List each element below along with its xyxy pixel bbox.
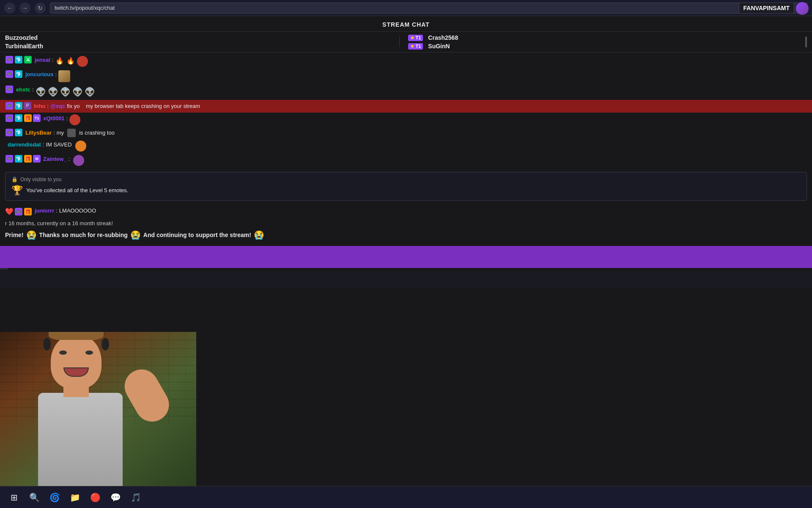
xqt-colon: :: [66, 114, 68, 123]
chrome-taskbar-button[interactable]: 🔴: [88, 490, 102, 505]
badge-bits-joncurious: 💎: [15, 70, 22, 78]
sub-notification-bar: [0, 246, 812, 268]
juniorrr-badges: ❤️ 🎮 🎁: [5, 207, 32, 217]
stream-chat-header: STREAM CHAT: [0, 16, 812, 32]
spotify-taskbar-button[interactable]: 🎵: [129, 490, 143, 505]
zaintew-badges: 🎮 💎 🎁 M: [5, 155, 41, 163]
notification-content-text: You've collected all of the Level 5 emot…: [26, 187, 128, 193]
video-preview: [0, 332, 196, 486]
viewers-left: Buzzoozled TurbinalEarth: [5, 34, 391, 50]
badge-mod: ⚔: [24, 56, 32, 64]
lilly-text2: is crashing too: [79, 129, 115, 137]
spotify-taskbar-icon: 🎵: [131, 492, 141, 502]
badge-sub-ehxtc: 🎮: [5, 86, 13, 93]
lilly-text1: my: [57, 129, 64, 137]
back-button[interactable]: ←: [4, 3, 15, 14]
search-taskbar-icon: 🔍: [29, 492, 40, 502]
emote-alien4: 👽: [72, 86, 83, 98]
username-lillysbear[interactable]: LillysBear: [25, 129, 52, 137]
lock-icon: 🔒: [11, 177, 18, 182]
message-darrendisdat: darrendisdat : IM SAVED: [0, 139, 812, 153]
level5-emote-icon: 🏆: [11, 185, 23, 196]
headphone-right: [102, 338, 109, 351]
emote-alien1: 👽: [36, 86, 46, 98]
scroll-bar[interactable]: [805, 36, 807, 47]
badge-bits-xqt: 💎: [15, 114, 22, 122]
username-inhu[interactable]: Inhu: [34, 102, 45, 110]
emote-alien3: 👽: [60, 86, 71, 98]
username-xqt0001[interactable]: xQt0001: [43, 114, 65, 123]
username-jensal[interactable]: jensal: [35, 56, 50, 64]
thanks-text: Thanks so much for re-subbing: [39, 232, 128, 238]
badge-prime-inhu: P: [24, 102, 31, 110]
xqt0001-badges: 🎮 💎 🎁 T1: [5, 114, 41, 122]
message-juniorrr: ❤️ 🎮 🎁 juniorrr : LMAOOOOOO: [0, 205, 812, 218]
badge-bits-lilly: 💎: [15, 129, 22, 136]
username-darrendisdat[interactable]: darrendisdat: [8, 141, 41, 149]
notification-box: 🔒 Only visible to you 🏆 You've collected…: [5, 172, 807, 201]
windows-start-button[interactable]: ⊞: [7, 490, 21, 505]
juniorrr-colon: :: [56, 207, 58, 215]
username-zaintew[interactable]: Zaintew_: [43, 155, 67, 163]
discord-taskbar-button[interactable]: 💬: [108, 490, 123, 505]
edge-taskbar-icon: 🌀: [49, 492, 60, 502]
chrome-taskbar-icon: 🔴: [90, 492, 101, 502]
viewer-item-buzzoozled: Buzzoozled: [5, 34, 391, 41]
badge-sub-joncurious: 🎮: [5, 70, 13, 78]
search-taskbar-button[interactable]: 🔍: [27, 490, 41, 505]
message-lillysbear: 🎮 💎 LillysBear : my is crashing too: [0, 127, 812, 139]
star-icon-crash: ★: [410, 35, 414, 41]
darrendisdat-colon: :: [43, 141, 44, 149]
t1-badge-crash: ★ T1: [408, 35, 423, 41]
top-user-avatar: [796, 2, 809, 15]
inhu-text: fix yo my browser tab keeps crashing on …: [67, 102, 200, 110]
emote-face-jensal: [77, 56, 88, 67]
joncurious-colon: :: [55, 70, 57, 79]
files-taskbar-button[interactable]: 📁: [68, 490, 82, 505]
sub-area-dark: [0, 271, 812, 288]
files-taskbar-icon: 📁: [70, 492, 80, 502]
headphone-left: [43, 338, 51, 351]
main-container: STREAM CHAT Buzzoozled TurbinalEarth ★ T…: [0, 16, 812, 508]
and-text: And continuing to support the stream!: [143, 232, 251, 238]
viewer-item-suginn: ★ T1 SuGinN: [408, 43, 794, 50]
streamer-eye-right: [85, 351, 93, 355]
streamer-eye-left: [59, 351, 67, 355]
prime-text: Prime!: [5, 232, 24, 238]
emote-face-xqt: [69, 114, 80, 125]
emote-sub3: 😭: [254, 230, 264, 240]
visibility-text: Only visible to you: [20, 177, 61, 182]
badge-sub-xqt: 🎮: [5, 114, 13, 122]
badge-heart-juniorrr: ❤️: [5, 207, 14, 217]
emote-face-zaintew: [73, 155, 84, 166]
taskbar: ⊞ 🔍 🌀 📁 🔴 💬 🎵: [0, 486, 812, 508]
badge-gift-xqt: 🎁: [24, 114, 32, 122]
lillysbear-badges: 🎮 💎: [5, 129, 23, 136]
t1-badge-suginn: ★ T1: [408, 43, 423, 50]
jensal-colon: :: [52, 56, 54, 64]
inhu-mention: @xqc: [50, 102, 65, 110]
url-bar[interactable]: twitch.tv/popout/xqc/chat: [50, 3, 808, 14]
emote-alien5: 👽: [85, 86, 95, 98]
badge-sub-juniorrr: 🎮: [15, 208, 22, 215]
refresh-button[interactable]: ↻: [35, 3, 46, 14]
username-joncurious[interactable]: joncurious: [25, 70, 53, 79]
forward-button[interactable]: →: [19, 3, 30, 14]
edge-taskbar-button[interactable]: 🌀: [47, 490, 62, 505]
emote-alien2: 👽: [48, 86, 58, 98]
viewer-item-turbinalearth: TurbinalEarth: [5, 43, 391, 50]
joncurious-badges: 🎮 💎: [5, 70, 23, 78]
notification-content: 🏆 You've collected all of the Level 5 em…: [11, 185, 801, 196]
badge-sub-zaintew: 🎮: [5, 155, 13, 163]
message-zaintew: 🎮 💎 🎁 M Zaintew_ :: [0, 153, 812, 168]
inhu-colon: :: [47, 102, 49, 110]
star-icon-suginn: ★: [410, 44, 414, 49]
emote-face-joncurious: [58, 70, 70, 82]
juniorrr-text: LMAOOOOOO: [59, 207, 96, 215]
badge-gift-juniorrr: 🎁: [24, 208, 32, 215]
username-ehxtc[interactable]: ehxtc: [16, 86, 30, 94]
ehxtc-badges: 🎮: [5, 86, 14, 93]
username-juniorrr[interactable]: juniorrr: [35, 207, 54, 215]
badge-bits-zaintew: 💎: [15, 155, 22, 163]
message-jensal: 🎮 💎 ⚔ jensal : 🔥 🔥: [0, 54, 812, 69]
